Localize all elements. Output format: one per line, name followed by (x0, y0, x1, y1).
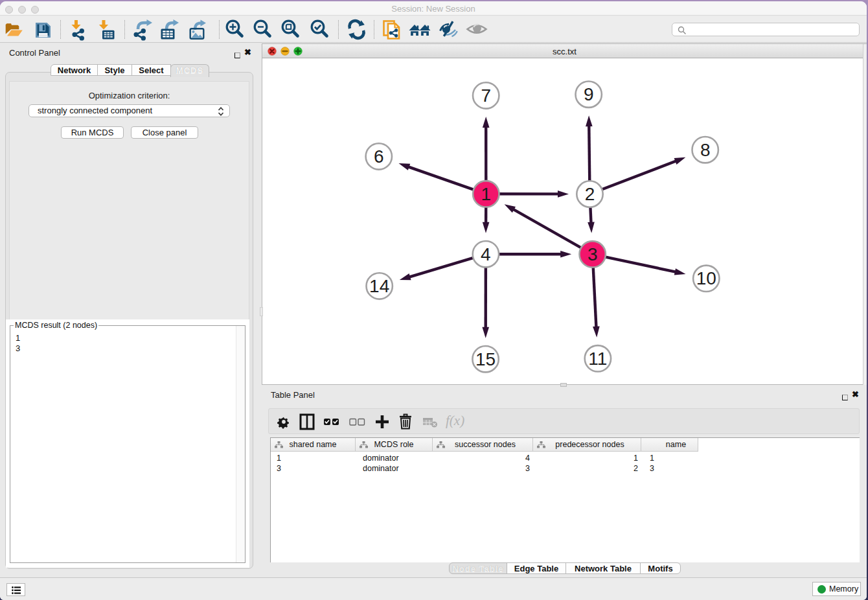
svg-text:9: 9 (584, 84, 594, 104)
svg-text:7: 7 (481, 86, 491, 106)
svg-text:8: 8 (700, 140, 711, 160)
svg-text:6: 6 (374, 146, 384, 167)
svg-text:3: 3 (588, 244, 598, 264)
svg-text:4: 4 (481, 244, 491, 264)
svg-text:14: 14 (369, 276, 389, 296)
svg-text:11: 11 (588, 349, 607, 369)
svg-text:1: 1 (481, 184, 492, 204)
svg-text:10: 10 (696, 268, 716, 288)
svg-text:2: 2 (585, 184, 595, 204)
svg-text:15: 15 (475, 349, 496, 369)
